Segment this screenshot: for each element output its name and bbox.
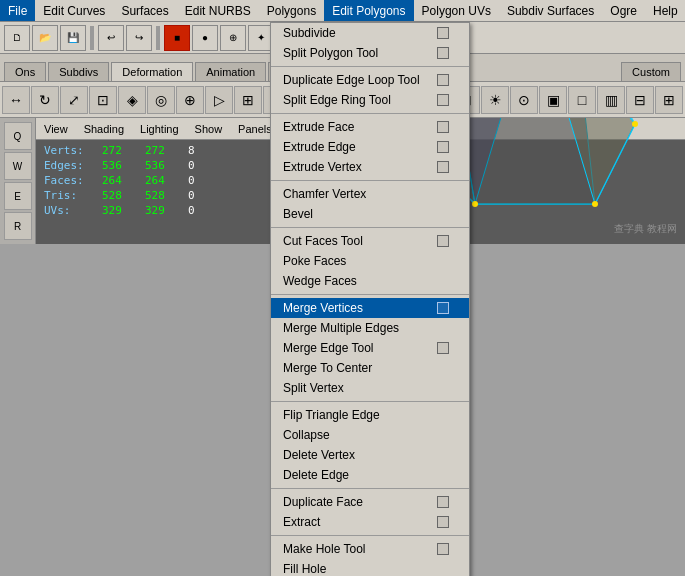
menu-item-extract[interactable]: Extract: [271, 512, 469, 532]
svg-point-6: [632, 121, 638, 127]
icon-btn-scale[interactable]: ⤢: [60, 86, 88, 114]
extrude-face-option-box[interactable]: [437, 121, 449, 133]
menu-polygons[interactable]: Polygons: [259, 0, 324, 21]
dup-face-option-box[interactable]: [437, 496, 449, 508]
icon-btn-5[interactable]: ◈: [118, 86, 146, 114]
menu-edit-polygons[interactable]: Edit Polygons: [324, 0, 413, 21]
toolbar-btn-8[interactable]: ⊕: [220, 25, 246, 51]
menu-item-extrude-edge[interactable]: Extrude Edge: [271, 137, 469, 157]
side-btn-3[interactable]: E: [4, 182, 32, 210]
watermark-text: 查字典 教程网: [614, 222, 677, 236]
toolbar-btn-3[interactable]: 💾: [60, 25, 86, 51]
menu-subdiv-surfaces[interactable]: Subdiv Surfaces: [499, 0, 602, 21]
menu-item-poke-faces[interactable]: Poke Faces: [271, 251, 469, 271]
menu-item-duplicate-face[interactable]: Duplicate Face: [271, 492, 469, 512]
side-btn-2[interactable]: W: [4, 152, 32, 180]
menu-help[interactable]: Help: [645, 0, 685, 21]
menu-item-extrude-vertex[interactable]: Extrude Vertex: [271, 157, 469, 177]
verts-val1: 272: [102, 144, 137, 157]
menu-file[interactable]: File: [0, 0, 35, 21]
cut-faces-option-box[interactable]: [437, 235, 449, 247]
icon-btn-rotate[interactable]: ↻: [31, 86, 59, 114]
icon-btn-select[interactable]: ⊡: [89, 86, 117, 114]
merge-edge-option-box[interactable]: [437, 342, 449, 354]
tris-val2: 528: [145, 189, 180, 202]
icon-btn-r9[interactable]: ⊞: [655, 86, 683, 114]
icon-btn-8[interactable]: ▷: [205, 86, 233, 114]
verts-val3: 8: [188, 144, 223, 157]
menu-item-cut-faces-tool[interactable]: Cut Faces Tool: [271, 231, 469, 251]
menu-item-duplicate-edge-loop-tool[interactable]: Duplicate Edge Loop Tool: [271, 70, 469, 90]
viewport-menu-view[interactable]: View: [36, 121, 76, 137]
menu-bar: File Edit Curves Surfaces Edit NURBS Pol…: [0, 0, 685, 22]
viewport-menu-lighting[interactable]: Lighting: [132, 121, 187, 137]
extrude-edge-option-box[interactable]: [437, 141, 449, 153]
dropdown-menu: Subdivide Split Polygon Tool Duplicate E…: [270, 22, 470, 576]
verts-val2: 272: [145, 144, 180, 157]
extrude-vertex-option-box[interactable]: [437, 161, 449, 173]
menu-edit-nurbs[interactable]: Edit NURBS: [177, 0, 259, 21]
extract-option-box[interactable]: [437, 516, 449, 528]
viewport-menu-show[interactable]: Show: [187, 121, 231, 137]
menu-item-collapse[interactable]: Collapse: [271, 425, 469, 445]
merge-vertices-option-box[interactable]: [437, 302, 449, 314]
toolbar-btn-2[interactable]: 📂: [32, 25, 58, 51]
toolbar-btn-6[interactable]: ■: [164, 25, 190, 51]
menu-item-extrude-face[interactable]: Extrude Face: [271, 117, 469, 137]
menu-item-delete-edge[interactable]: Delete Edge: [271, 465, 469, 485]
icon-btn-r7[interactable]: ▥: [597, 86, 625, 114]
menu-item-delete-vertex[interactable]: Delete Vertex: [271, 445, 469, 465]
side-toolbar: Q W E R: [0, 118, 36, 244]
sep6: [271, 401, 469, 402]
icon-btn-7[interactable]: ⊕: [176, 86, 204, 114]
menu-item-merge-edge-tool[interactable]: Merge Edge Tool: [271, 338, 469, 358]
icon-btn-r8[interactable]: ⊟: [626, 86, 654, 114]
menu-item-merge-to-center[interactable]: Merge To Center: [271, 358, 469, 378]
menu-item-subdivide[interactable]: Subdivide: [271, 23, 469, 43]
menu-ogre[interactable]: Ogre: [602, 0, 645, 21]
menu-item-merge-multiple-edges[interactable]: Merge Multiple Edges: [271, 318, 469, 338]
toolbar-btn-4[interactable]: ↩: [98, 25, 124, 51]
make-hole-option-box[interactable]: [437, 543, 449, 555]
toolbar-btn-7[interactable]: ●: [192, 25, 218, 51]
menu-item-split-edge-ring-tool[interactable]: Split Edge Ring Tool: [271, 90, 469, 110]
icon-btn-r6[interactable]: □: [568, 86, 596, 114]
menu-item-split-vertex[interactable]: Split Vertex: [271, 378, 469, 398]
tab-animation[interactable]: Animation: [195, 62, 266, 81]
menu-item-wedge-faces[interactable]: Wedge Faces: [271, 271, 469, 291]
toolbar-divider: [90, 26, 94, 50]
edges-val1: 536: [102, 159, 137, 172]
dup-edge-loop-option-box[interactable]: [437, 74, 449, 86]
faces-label: Faces:: [44, 174, 94, 187]
toolbar-btn-1[interactable]: 🗋: [4, 25, 30, 51]
toolbar-btn-5[interactable]: ↪: [126, 25, 152, 51]
split-edge-ring-option-box[interactable]: [437, 94, 449, 106]
icon-btn-9[interactable]: ⊞: [234, 86, 262, 114]
viewport-menu-shading[interactable]: Shading: [76, 121, 132, 137]
tab-ons[interactable]: Ons: [4, 62, 46, 81]
split-polygon-option-box[interactable]: [437, 47, 449, 59]
tab-custom[interactable]: Custom: [621, 62, 681, 81]
icon-btn-6[interactable]: ◎: [147, 86, 175, 114]
menu-item-flip-triangle-edge[interactable]: Flip Triangle Edge: [271, 405, 469, 425]
tab-deformation[interactable]: Deformation: [111, 62, 193, 81]
menu-item-split-polygon-tool[interactable]: Split Polygon Tool: [271, 43, 469, 63]
icon-btn-r5[interactable]: ▣: [539, 86, 567, 114]
menu-item-make-hole-tool[interactable]: Make Hole Tool: [271, 539, 469, 559]
menu-item-fill-hole[interactable]: Fill Hole: [271, 559, 469, 576]
subdivide-option-box[interactable]: [437, 27, 449, 39]
menu-item-bevel[interactable]: Bevel: [271, 204, 469, 224]
menu-item-merge-vertices[interactable]: Merge Vertices: [271, 298, 469, 318]
side-btn-1[interactable]: Q: [4, 122, 32, 150]
icon-btn-r4[interactable]: ⊙: [510, 86, 538, 114]
menu-polygon-uvs[interactable]: Polygon UVs: [414, 0, 499, 21]
icon-btn-r3[interactable]: ☀: [481, 86, 509, 114]
icon-btn-move[interactable]: ↔: [2, 86, 30, 114]
menu-item-chamfer-vertex[interactable]: Chamfer Vertex: [271, 184, 469, 204]
menu-surfaces[interactable]: Surfaces: [113, 0, 176, 21]
faces-val3: 0: [188, 174, 223, 187]
menu-edit-curves[interactable]: Edit Curves: [35, 0, 113, 21]
side-btn-4[interactable]: R: [4, 212, 32, 240]
tab-subdivs[interactable]: Subdivs: [48, 62, 109, 81]
edges-label: Edges:: [44, 159, 94, 172]
